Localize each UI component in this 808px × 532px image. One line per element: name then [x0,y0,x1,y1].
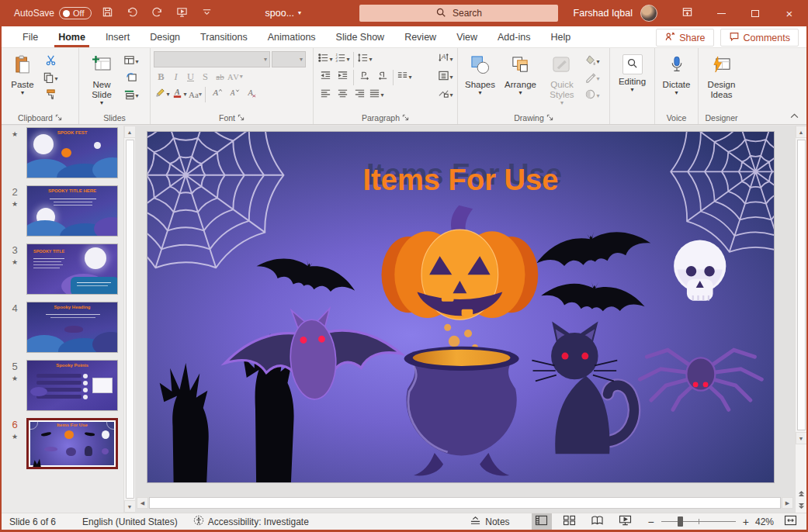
strikethrough-button[interactable]: ab [213,69,227,85]
minimize-button[interactable] [704,0,738,26]
tab-view[interactable]: View [446,26,487,47]
paragraph-dialog-launcher[interactable] [402,113,409,123]
italic-button[interactable]: I [168,69,183,85]
thumbnail-scrollbar-thumb[interactable] [126,140,134,499]
thumbnail-image[interactable]: Spooky Points [26,360,118,411]
notes-button[interactable]: Notes [462,516,517,528]
start-slideshow-button[interactable] [174,5,191,22]
drawing-dialog-launcher[interactable] [546,113,553,123]
text-shadow-button[interactable]: S [198,69,213,85]
slide-thumbnail-1[interactable]: ★ SPOOK FEST [3,127,135,178]
previous-slide-button[interactable] [796,488,807,500]
character-spacing-button[interactable]: AV▾ [227,69,244,85]
ltr-button[interactable] [356,69,373,85]
zoom-slider-thumb[interactable] [678,516,683,527]
share-button[interactable]: Share [656,29,713,47]
scroll-up-icon[interactable]: ▲ [124,126,136,138]
underline-button[interactable]: U [183,69,198,85]
scroll-down-icon[interactable]: ▼ [124,500,136,513]
grow-font-button[interactable]: A [208,86,225,102]
bullets-button[interactable]: ▾ [317,51,334,67]
editing-button[interactable]: Editing▾ [615,51,650,93]
scroll-up-icon[interactable]: ▲ [796,126,807,138]
thumbnail-image[interactable]: Items For Use [26,418,118,469]
maximize-button[interactable] [738,0,772,26]
font-name-select[interactable]: ▾ [154,51,270,67]
shrink-font-button[interactable]: A [225,86,242,102]
align-text-button[interactable]: ▾ [437,69,454,85]
reset-slide-button[interactable] [123,71,140,87]
search-input[interactable]: Search [359,5,558,22]
horizontal-scrollbar[interactable]: ◀ ▶ [137,496,793,510]
fit-slide-to-window-button[interactable] [780,513,800,530]
scroll-right-icon[interactable]: ▶ [782,497,793,509]
next-slide-button[interactable] [796,500,807,513]
columns-button[interactable]: ▾ [396,69,413,85]
thumbnail-scrollbar[interactable]: ▲ ▼ [123,126,135,513]
reading-view-button[interactable] [588,513,608,530]
line-spacing-button[interactable]: ▾ [356,51,373,67]
tab-help[interactable]: Help [540,26,581,47]
zoom-in-button[interactable]: + [741,516,751,528]
tab-slide-show[interactable]: Slide Show [326,26,395,47]
increase-indent-button[interactable] [334,69,351,85]
avatar[interactable] [640,5,657,22]
bold-button[interactable]: B [154,69,168,85]
scroll-left-icon[interactable]: ◀ [137,497,148,509]
rtl-button[interactable] [373,69,390,85]
highlight-color-button[interactable]: ▾ [154,86,171,102]
tab-insert[interactable]: Insert [95,26,140,47]
font-dialog-launcher[interactable] [238,113,244,123]
numbering-button[interactable]: 123▾ [334,51,351,67]
convert-smartart-button[interactable]: ▾ [437,87,454,103]
slideshow-view-button[interactable] [616,513,636,530]
quick-styles-button[interactable]: Quick Styles▾ [542,51,582,106]
tab-transitions[interactable]: Transitions [190,26,258,47]
slide-sorter-view-button[interactable] [560,513,580,530]
accessibility-status[interactable]: Accessibility: Investigate [186,515,317,528]
design-ideas-button[interactable]: Design Ideas [702,51,741,100]
slide-thumbnail-5[interactable]: 5★ Spooky Points [3,360,135,411]
shape-effects-button[interactable]: ▾ [584,88,601,104]
document-title[interactable]: spoo...▾ [265,8,302,19]
slide-thumbnail-3[interactable]: 3★ SPOOKY TITLE [3,244,135,295]
slide-layout-button[interactable]: ▾ [123,54,140,70]
tab-animations[interactable]: Animations [258,26,326,47]
slide-canvas[interactable]: Items For Use Items For Use [147,132,774,482]
tab-file[interactable]: File [12,26,48,47]
slide-thumbnail-4[interactable]: 4 Spooky Heading [3,302,135,353]
quick-access-toolbar-menu[interactable] [199,5,216,22]
align-center-button[interactable] [334,87,351,103]
tab-review[interactable]: Review [394,26,446,47]
slide-thumbnail-2[interactable]: 2★ SPOOKY TITLE HERE [3,185,135,237]
shape-fill-button[interactable]: ▾ [584,54,601,70]
slide-thumbnail-6[interactable]: 6★ Items For Use [3,418,135,469]
clear-formatting-button[interactable]: A [242,86,259,102]
tab-add-ins[interactable]: Add-ins [487,26,540,47]
justify-button[interactable]: ▾ [368,87,385,103]
slide-indicator[interactable]: Slide 6 of 6 [2,516,64,527]
tab-design[interactable]: Design [140,26,190,47]
horizontal-scrollbar-thumb[interactable] [149,497,781,509]
autosave-toggle[interactable]: AutoSave Off [14,7,92,19]
normal-view-button[interactable] [532,513,552,530]
font-color-button[interactable]: A▾ [171,86,188,102]
close-button[interactable]: × [772,0,806,26]
thumbnail-image[interactable]: SPOOK FEST [26,127,118,178]
zoom-level[interactable]: 42% [755,516,774,527]
cut-button[interactable] [42,54,59,70]
zoom-out-button[interactable]: − [647,516,656,528]
comments-button[interactable]: Comments [720,29,799,47]
thumbnail-image[interactable]: SPOOKY TITLE [26,244,118,295]
user-name[interactable]: Farshad Iqbal [574,8,633,19]
dictate-button[interactable]: Dictate▾ [659,51,695,96]
shape-outline-button[interactable]: ▾ [584,71,601,87]
vertical-scrollbar-thumb[interactable] [797,140,806,430]
vertical-scrollbar[interactable]: ▲ ▼ [795,126,806,513]
save-button[interactable] [99,5,116,22]
copy-button[interactable]: ▾ [42,71,59,87]
thumbnail-image[interactable]: Spooky Heading [26,302,118,353]
arrange-button[interactable]: Arrange▾ [501,51,540,96]
undo-button[interactable] [124,5,141,22]
new-slide-button[interactable]: New Slide▾ [82,51,121,106]
